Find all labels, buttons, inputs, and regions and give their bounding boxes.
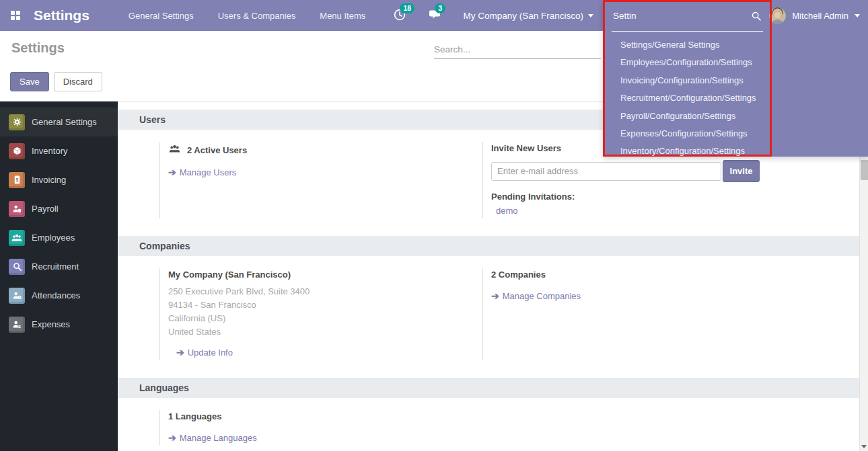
suggestion-item[interactable]: Recruitment/Configuration/Settings [605, 89, 770, 107]
activity-clock-icon[interactable]: 18 [393, 8, 408, 23]
systray: 18 3 My Company (San Francisco) [393, 8, 593, 23]
menu-users-companies[interactable]: Users & Companies [218, 11, 296, 21]
odoo-settings-window: Settings General Settings Users & Compan… [0, 0, 868, 451]
invoice-icon: $ [9, 172, 25, 188]
address-line: 250 Executive Park Blvd, Suite 3400 [168, 285, 482, 298]
sidebar-item-label: Invoicing [32, 175, 66, 185]
chevron-down-icon [855, 14, 860, 17]
scrollbar-thumb[interactable] [861, 160, 868, 180]
companies-count: 2 Companies [491, 270, 859, 280]
company-switcher[interactable]: My Company (San Francisco) [463, 11, 593, 21]
pending-invitations-label: Pending Invitations: [491, 192, 859, 202]
app-menus: General Settings Users & Companies Menu … [129, 11, 365, 21]
company-address: 250 Executive Park Blvd, Suite 3400 9413… [168, 285, 482, 339]
search-suggestions: Settings/General Settings Employees/Conf… [605, 32, 770, 161]
app-title: Settings [34, 7, 89, 24]
suggestion-item[interactable]: Payroll/Configuration/Settings [605, 108, 770, 125]
activity-badge: 18 [400, 3, 414, 13]
discard-button[interactable]: Discard [54, 72, 102, 91]
company-name: My Company (San Francisco) [463, 11, 583, 21]
attendance-icon [9, 288, 25, 304]
sidebar-item-recruitment[interactable]: Recruitment [0, 252, 118, 281]
sidebar-item-attendances[interactable]: Attendances [0, 281, 118, 310]
scrollbar-down-arrow-icon[interactable] [861, 445, 867, 448]
pending-invitation-demo[interactable]: demo [491, 206, 518, 216]
sidebar-item-label: Employees [32, 233, 75, 243]
suggestion-item[interactable]: Employees/Configuration/Settings [605, 54, 770, 71]
suggestion-item[interactable]: Expenses/Configuration/Settings [605, 125, 770, 142]
languages-section: 1 Languages ➔ Manage Languages [159, 410, 859, 446]
address-line: United States [168, 325, 482, 339]
sidebar-item-employees[interactable]: Employees [0, 223, 118, 252]
box-icon [9, 143, 25, 159]
manage-companies-link[interactable]: ➔ Manage Companies [491, 290, 581, 301]
settings-sidebar: General Settings Inventory $ Invoicing [0, 101, 118, 451]
manage-users-link[interactable]: ➔ Manage Users [168, 167, 236, 177]
magnifier-icon [9, 259, 25, 275]
sidebar-item-label: Expenses [32, 319, 70, 329]
sidebar-item-inventory[interactable]: Inventory [0, 136, 118, 165]
arrow-right-icon: ➔ [176, 347, 184, 358]
arrow-right-icon: ➔ [168, 432, 176, 443]
suggestion-item[interactable]: Inventory/Configuration/Settings [605, 142, 770, 160]
global-search-input[interactable] [612, 2, 733, 29]
users-group-icon [168, 143, 181, 157]
content-search-input[interactable] [434, 40, 601, 58]
action-buttons: Save Discard [10, 72, 102, 91]
page-title: Settings [11, 40, 65, 56]
active-users-box: 2 Active Users ➔ Manage Users [159, 142, 482, 218]
suggestion-item[interactable]: Settings/General Settings [605, 36, 770, 54]
svg-text:$: $ [15, 177, 18, 183]
sidebar-item-label: Recruitment [32, 261, 79, 272]
apps-menu-icon[interactable] [0, 0, 31, 31]
suggestion-item[interactable]: Invoicing/Configuration/Settings [605, 72, 770, 89]
sidebar-item-invoicing[interactable]: $ Invoicing [0, 165, 118, 194]
user-menu[interactable]: Mitchell Admin [769, 0, 864, 31]
global-search-bar [612, 2, 763, 32]
active-users-count: 2 Active Users [187, 145, 247, 155]
sidebar-item-payroll[interactable]: Payroll [0, 194, 118, 223]
save-button[interactable]: Save [10, 72, 49, 91]
sidebar-item-general-settings[interactable]: General Settings [0, 108, 118, 136]
content-search-bar [434, 40, 601, 59]
manage-languages-link[interactable]: ➔ Manage Languages [168, 432, 257, 443]
sidebar-item-label: General Settings [32, 117, 97, 127]
arrow-right-icon: ➔ [491, 290, 499, 301]
search-icon[interactable] [751, 11, 762, 24]
update-info-link[interactable]: ➔ Update Info [176, 347, 233, 358]
sidebar-item-label: Inventory [32, 146, 67, 156]
expense-icon: $ [9, 317, 25, 333]
chevron-down-icon [588, 14, 593, 17]
company-info-box: My Company (San Francisco) 250 Executive… [159, 268, 482, 360]
systray-search-overlay: Mitchell Admin Settings/General Settings… [603, 0, 868, 157]
messages-badge: 3 [435, 3, 445, 13]
svg-text:$: $ [18, 324, 21, 329]
user-name: Mitchell Admin [792, 11, 848, 21]
section-header-companies: Companies [118, 236, 859, 256]
address-line: 94134 - San Francisco [168, 298, 482, 312]
menu-menu-items[interactable]: Menu Items [320, 11, 365, 21]
address-line: California (US) [168, 312, 482, 325]
invite-button[interactable]: Invite [723, 160, 760, 182]
arrow-right-icon: ➔ [168, 167, 176, 177]
invite-email-input[interactable] [491, 162, 721, 181]
sidebar-item-label: Attendances [32, 290, 80, 300]
company-name-label: My Company (San Francisco) [168, 270, 482, 280]
section-header-languages: Languages [118, 378, 859, 398]
payroll-icon [9, 201, 25, 217]
companies-section: My Company (San Francisco) 250 Executive… [159, 268, 859, 360]
gear-icon [9, 114, 25, 130]
sidebar-item-expenses[interactable]: $ Expenses [0, 310, 118, 339]
sidebar-item-label: Payroll [32, 204, 59, 214]
messages-chat-icon[interactable]: 3 [428, 8, 443, 23]
highlighted-search-region: Settings/General Settings Employees/Conf… [603, 0, 772, 157]
people-icon [9, 230, 25, 246]
companies-count-box: 2 Companies ➔ Manage Companies [482, 268, 859, 360]
languages-box: 1 Languages ➔ Manage Languages [159, 410, 482, 446]
languages-count: 1 Languages [168, 411, 482, 421]
menu-general-settings[interactable]: General Settings [129, 11, 194, 21]
